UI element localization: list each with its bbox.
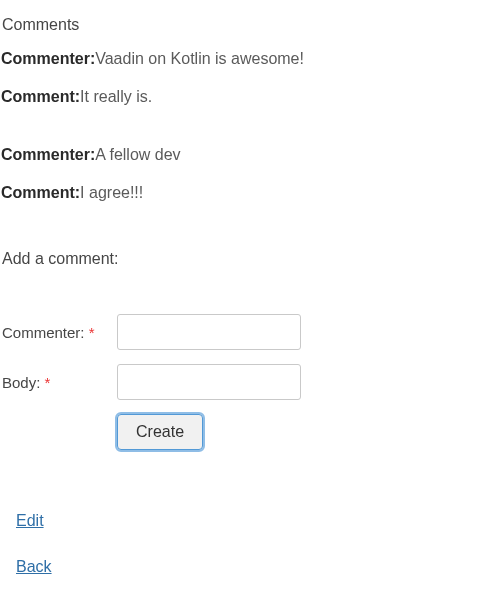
commenter-field-row: Commenter: * bbox=[2, 314, 500, 350]
commenter-value: A fellow dev bbox=[95, 146, 180, 163]
body-input[interactable] bbox=[117, 364, 301, 400]
back-link[interactable]: Back bbox=[16, 558, 500, 576]
comment-body-line: Comment:I agree!!! bbox=[0, 184, 500, 202]
comment-label: Comment: bbox=[1, 184, 80, 201]
body-label-text: Body: bbox=[2, 374, 45, 391]
comments-heading: Comments bbox=[0, 0, 500, 50]
commenter-label: Commenter: bbox=[1, 50, 95, 67]
required-indicator: * bbox=[89, 324, 95, 341]
commenter-input[interactable] bbox=[117, 314, 301, 350]
add-comment-heading: Add a comment: bbox=[0, 242, 500, 278]
commenter-label: Commenter: bbox=[1, 146, 95, 163]
button-row: Create bbox=[2, 414, 500, 450]
comment-form: Commenter: * Body: * Create bbox=[0, 278, 500, 450]
comment-body-value: I agree!!! bbox=[80, 184, 143, 201]
body-field-label: Body: * bbox=[2, 374, 117, 391]
commenter-label-text: Commenter: bbox=[2, 324, 89, 341]
comment-item: Commenter:A fellow dev Comment:I agree!!… bbox=[0, 146, 500, 242]
required-indicator: * bbox=[45, 374, 51, 391]
comment-commenter-line: Commenter:A fellow dev bbox=[0, 146, 500, 164]
commenter-value: Vaadin on Kotlin is awesome! bbox=[95, 50, 304, 67]
comment-body-value: It really is. bbox=[80, 88, 152, 105]
edit-link[interactable]: Edit bbox=[16, 512, 500, 530]
body-field-row: Body: * bbox=[2, 364, 500, 400]
comment-label: Comment: bbox=[1, 88, 80, 105]
comment-body-line: Comment:It really is. bbox=[0, 88, 500, 106]
links-area: Edit Back bbox=[0, 450, 500, 576]
comment-commenter-line: Commenter:Vaadin on Kotlin is awesome! bbox=[0, 50, 500, 68]
create-button[interactable]: Create bbox=[117, 414, 203, 450]
comment-item: Commenter:Vaadin on Kotlin is awesome! C… bbox=[0, 50, 500, 146]
commenter-field-label: Commenter: * bbox=[2, 324, 117, 341]
